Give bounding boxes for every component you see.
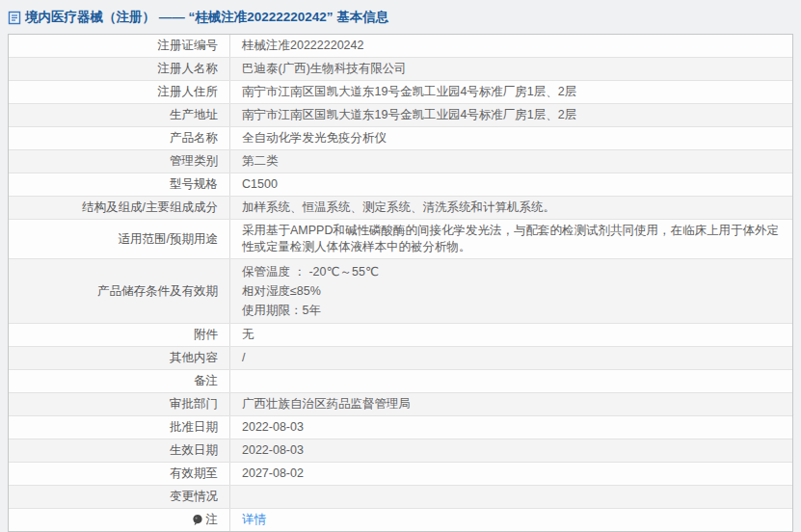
row-value: [230, 486, 792, 508]
row-label: 批准日期: [9, 416, 230, 439]
table-row: 管理类别第二类: [9, 150, 792, 173]
table-row: 有效期至2027-08-02: [9, 463, 792, 486]
row-label-text: 型号规格: [170, 176, 218, 193]
row-label: 生效日期: [9, 439, 230, 462]
row-value: 2027-08-02: [230, 463, 792, 485]
table-row: 注册人名称巴迪泰(广西)生物科技有限公司: [9, 58, 792, 81]
row-value: 南宁市江南区国凯大道东19号金凯工业园4号标准厂房1层、2层: [230, 104, 792, 126]
row-label-text: 审批部门: [170, 396, 218, 412]
row-label-text: 变更情况: [170, 489, 218, 505]
table-row: 变更情况: [9, 486, 792, 509]
row-value-line: 相对湿度≤85%: [242, 281, 781, 301]
row-label: 注: [9, 509, 230, 531]
row-value: 全自动化学发光免疫分析仪: [230, 127, 792, 149]
row-label: 有效期至: [9, 463, 230, 485]
table-row: 型号规格C1500: [9, 173, 792, 197]
row-value-line: 使用期限：5年: [242, 301, 781, 320]
row-value: 第二类: [230, 150, 792, 173]
row-label-text: 有效期至: [170, 466, 218, 482]
row-label: 产品名称: [9, 127, 230, 149]
table-row: 批准日期2022-08-03: [9, 416, 792, 439]
row-label-text: 注册人名称: [158, 61, 219, 77]
page-title: 境内医疗器械（注册） —— “桂械注准20222220242” 基本信息: [8, 0, 793, 34]
row-value: 广西壮族自治区药品监督管理局: [230, 393, 792, 415]
row-label: 管理类别: [9, 150, 230, 173]
row-label: 变更情况: [9, 486, 230, 508]
row-value: C1500: [230, 173, 792, 196]
row-value-line: 保管温度 ： -20℃～55℃: [242, 262, 781, 281]
row-label: 生产地址: [9, 104, 230, 126]
page-title-text: 境内医疗器械（注册） —— “桂械注准20222220242” 基本信息: [25, 9, 388, 26]
table-row: 注册人住所南宁市江南区国凯大道东19号金凯工业园4号标准厂房1层、2层: [9, 81, 792, 104]
table-row: 备注: [9, 370, 792, 393]
row-value: 桂械注准20222220242: [230, 35, 792, 57]
row-value: 采用基于AMPPD和碱性磷酸酶的间接化学发光法，与配套的检测试剂共同使用，在临床…: [230, 220, 792, 258]
row-label-text: 适用范围/预期用途: [119, 231, 218, 248]
note-icon: [192, 514, 203, 526]
details-link[interactable]: 详情: [242, 512, 781, 528]
row-label-text: 产品储存条件及有效期: [97, 283, 218, 300]
row-value: 2022-08-03: [230, 439, 792, 462]
row-value: 2022-08-03: [230, 416, 792, 439]
row-value: 详情: [230, 509, 792, 531]
row-label-text: 备注: [194, 373, 218, 389]
table-row: 生效日期2022-08-03: [9, 439, 792, 463]
table-row: 结构及组成/主要组成成分加样系统、恒温系统、测定系统、清洗系统和计算机系统。: [9, 197, 792, 220]
row-value: /: [230, 347, 792, 369]
row-label: 备注: [9, 370, 230, 392]
table-row: 附件无: [9, 324, 792, 347]
row-label-text: 批准日期: [170, 419, 218, 436]
table-row: 生产地址南宁市江南区国凯大道东19号金凯工业园4号标准厂房1层、2层: [9, 104, 792, 127]
row-label-text: 其他内容: [170, 350, 218, 366]
row-label-text: 附件: [194, 327, 218, 343]
row-label-text: 注册证编号: [158, 38, 219, 54]
row-label-text: 产品名称: [170, 130, 218, 146]
registration-info-table: 注册证编号桂械注准20222220242注册人名称巴迪泰(广西)生物科技有限公司…: [8, 34, 793, 532]
row-label: 产品储存条件及有效期: [9, 259, 230, 323]
table-row: 注册证编号桂械注准20222220242: [9, 35, 792, 58]
page: 境内医疗器械（注册） —— “桂械注准20222220242” 基本信息 注册证…: [0, 0, 801, 532]
table-row: 产品储存条件及有效期保管温度 ： -20℃～55℃相对湿度≤85%使用期限：5年: [9, 259, 792, 324]
table-row: 适用范围/预期用途采用基于AMPPD和碱性磷酸酶的间接化学发光法，与配套的检测试…: [9, 220, 792, 259]
row-value: 巴迪泰(广西)生物科技有限公司: [230, 58, 792, 80]
table-row: 审批部门广西壮族自治区药品监督管理局: [9, 393, 792, 416]
row-label-text: 注: [206, 512, 219, 528]
row-value: 南宁市江南区国凯大道东19号金凯工业园4号标准厂房1层、2层: [230, 81, 792, 103]
row-label: 其他内容: [9, 347, 230, 369]
table-row: 产品名称全自动化学发光免疫分析仪: [9, 127, 792, 150]
row-label-text: 结构及组成/主要组成成分: [82, 200, 218, 216]
row-label: 结构及组成/主要组成成分: [9, 197, 230, 219]
row-label-text: 注册人住所: [158, 84, 219, 100]
row-label-text: 生效日期: [170, 442, 218, 459]
row-label: 适用范围/预期用途: [9, 220, 230, 258]
row-label-text: 生产地址: [170, 107, 218, 123]
table-row: 注详情: [9, 509, 792, 531]
row-label: 注册人名称: [9, 58, 230, 80]
row-label-text: 管理类别: [170, 153, 218, 170]
row-label: 型号规格: [9, 173, 230, 196]
row-label: 审批部门: [9, 393, 230, 415]
row-value: 无: [230, 324, 792, 346]
row-value: [230, 370, 792, 392]
document-icon: [8, 11, 21, 25]
row-label: 注册人住所: [9, 81, 230, 103]
row-label: 附件: [9, 324, 230, 346]
table-row: 其他内容/: [9, 347, 792, 370]
row-value: 加样系统、恒温系统、测定系统、清洗系统和计算机系统。: [230, 197, 792, 219]
row-label: 注册证编号: [9, 35, 230, 57]
row-value: 保管温度 ： -20℃～55℃相对湿度≤85%使用期限：5年: [230, 259, 792, 323]
